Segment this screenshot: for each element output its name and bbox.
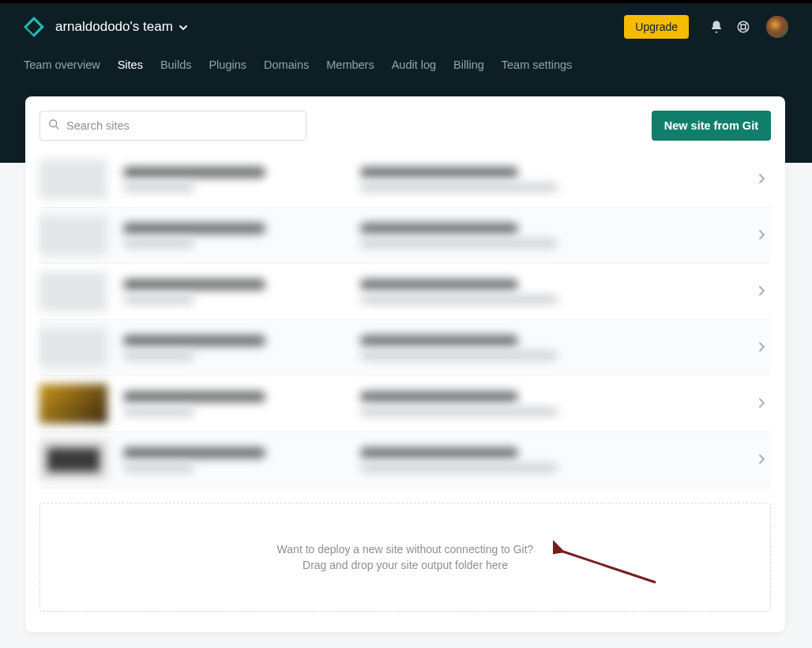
nav-item-domains[interactable]: Domains <box>264 55 309 74</box>
site-thumbnail <box>39 216 107 255</box>
svg-point-2 <box>50 119 57 126</box>
upgrade-button[interactable]: Upgrade <box>624 15 689 39</box>
site-deploy-sub-blurred <box>360 183 558 192</box>
site-thumbnail <box>39 272 107 311</box>
site-name-blurred <box>123 391 265 402</box>
nav-item-sites[interactable]: Sites <box>118 55 143 74</box>
site-deploy-sub-blurred <box>360 463 558 473</box>
site-deploy-blurred <box>360 223 518 234</box>
dropzone[interactable]: Want to deploy a new site without connec… <box>39 503 771 612</box>
site-subtext-blurred <box>123 407 194 416</box>
site-row[interactable] <box>39 432 771 488</box>
chevron-right-icon <box>758 228 765 243</box>
help-lifering-icon[interactable] <box>736 20 750 34</box>
site-thumbnail <box>39 440 107 480</box>
site-deploy-sub-blurred <box>360 351 558 360</box>
nav-item-members[interactable]: Members <box>326 55 374 74</box>
site-deploy-sub-blurred <box>360 239 558 248</box>
site-subtext-blurred <box>123 463 194 473</box>
site-deploy-blurred <box>360 167 518 178</box>
chevron-right-icon <box>758 284 765 299</box>
site-subtext-blurred <box>123 183 194 192</box>
search-input[interactable] <box>66 119 298 132</box>
chevron-right-icon <box>758 172 765 186</box>
team-switcher[interactable]: arnaldododo's team <box>55 19 187 35</box>
avatar[interactable] <box>766 16 788 38</box>
site-row[interactable] <box>39 208 771 264</box>
site-name-blurred <box>123 279 265 290</box>
search-icon <box>48 119 60 134</box>
svg-point-1 <box>741 24 746 29</box>
site-name-blurred <box>123 335 265 346</box>
sites-list <box>39 152 771 488</box>
site-subtext-blurred <box>123 351 194 360</box>
chevron-right-icon <box>758 453 765 467</box>
site-deploy-blurred <box>360 447 518 458</box>
nav-item-plugins[interactable]: Plugins <box>209 55 246 74</box>
site-thumbnail <box>39 384 107 424</box>
site-name-blurred <box>123 223 265 234</box>
site-deploy-blurred <box>360 335 518 346</box>
team-name-label: arnaldododo's team <box>55 19 173 35</box>
site-name-blurred <box>123 167 265 178</box>
site-deploy-sub-blurred <box>360 295 558 304</box>
nav-item-audit-log[interactable]: Audit log <box>392 55 436 74</box>
nav-item-builds[interactable]: Builds <box>160 55 192 74</box>
team-nav: Team overviewSitesBuildsPluginsDomainsMe… <box>24 51 788 74</box>
site-name-blurred <box>123 447 265 458</box>
netlify-logo-icon[interactable] <box>24 17 44 37</box>
chevron-down-icon <box>179 19 187 35</box>
nav-item-team-settings[interactable]: Team settings <box>502 55 572 74</box>
chevron-right-icon <box>758 397 765 411</box>
site-thumbnail <box>39 328 107 367</box>
new-site-from-git-button[interactable]: New site from Git <box>652 111 771 141</box>
site-row[interactable] <box>39 152 771 208</box>
site-thumbnail <box>39 160 107 199</box>
dropzone-text-1: Want to deploy a new site without connec… <box>277 543 534 556</box>
site-subtext-blurred <box>123 239 194 248</box>
search-input-wrap[interactable] <box>39 111 306 141</box>
site-subtext-blurred <box>123 295 194 304</box>
notifications-bell-icon[interactable] <box>709 20 724 34</box>
site-row[interactable] <box>39 320 771 376</box>
dropzone-text-2: Drag and drop your site output folder he… <box>303 559 508 571</box>
site-deploy-sub-blurred <box>360 407 558 416</box>
nav-item-team-overview[interactable]: Team overview <box>24 55 100 74</box>
site-deploy-blurred <box>360 391 518 402</box>
site-row[interactable] <box>39 264 771 320</box>
sites-card: New site from Git <box>25 96 785 632</box>
nav-item-billing[interactable]: Billing <box>453 55 484 74</box>
site-row[interactable] <box>39 376 771 432</box>
chevron-right-icon <box>758 341 765 355</box>
site-deploy-blurred <box>360 279 518 290</box>
